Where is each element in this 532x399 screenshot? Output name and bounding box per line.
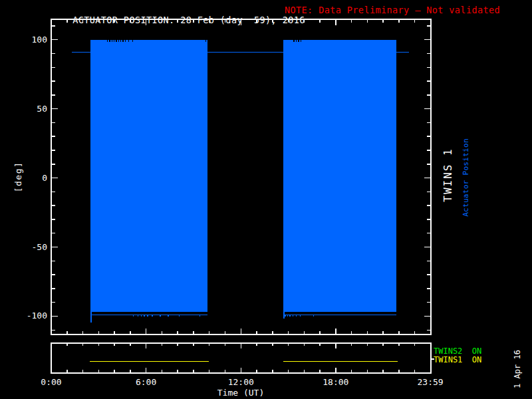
fringe-tick [168,315,169,317]
instrument-label: TWINS 1 [442,148,454,201]
y-tick [52,302,55,303]
x-tick [98,20,100,23]
y-tick-label: 50 [17,104,47,114]
fringe-tick [147,315,148,317]
x-tick [319,331,321,334]
x-tick [177,370,178,372]
x-tick [304,331,305,334]
x-tick [382,20,384,23]
x-tick [382,331,384,334]
y-tick [52,80,55,82]
fringe-tick [179,315,180,317]
y-tick [427,219,430,220]
x-tick [319,20,321,23]
top-notch [293,40,295,43]
x-tick [351,344,352,346]
y-tick [427,192,430,193]
x-tick [114,344,115,346]
x-tick [225,20,226,23]
x-tick [272,331,273,334]
x-tick [130,370,131,372]
y-tick [427,274,430,275]
y-tick [424,108,430,110]
top-notch [205,40,207,43]
top-notch [298,40,299,43]
fringe-tick [293,315,294,317]
y-tick [52,274,55,275]
sweep-block [283,40,396,313]
plot-screenshot: { "header": { "title": "ACTUATOR POSITIO… [0,0,532,399]
x-tick [146,329,147,334]
x-tick [288,20,289,23]
fringe-tick [141,315,142,317]
fringe-tick [296,315,297,317]
x-tick [209,344,210,346]
y-tick [427,53,430,55]
x-tick [256,344,257,346]
x-tick [209,331,210,334]
x-tick [114,20,115,23]
top-notch [107,40,108,43]
x-tick [98,344,100,346]
x-tick [335,344,336,348]
y-tick [52,288,55,289]
y-tick [52,316,58,317]
x-tick [225,331,226,334]
y-tick [52,261,55,262]
y-tick [427,80,430,82]
x-tick [335,20,336,25]
y-tick [427,67,430,68]
x-tick [98,331,100,334]
x-tick [288,344,289,346]
top-notch [125,40,126,43]
x-tick [288,370,289,372]
y-tick [427,302,430,303]
y-tick [52,94,55,96]
x-tick [114,370,115,372]
top-notch [114,40,115,43]
x-tick [51,344,52,348]
x-tick [319,344,321,346]
status-segment [283,361,397,362]
y-tick [427,94,430,96]
y-tick-label: -100 [17,311,47,321]
y-tick [427,150,430,151]
y-tick [52,233,55,234]
top-notch [109,40,110,43]
x-tick [241,20,242,25]
y-axis-label: [deg] [13,162,23,193]
y-tick-label: 100 [17,35,47,45]
x-tick [82,331,84,334]
x-tick [130,344,131,346]
y-tick-label: -50 [17,242,47,252]
x-tick [98,370,100,372]
date-stamp: 1 Apr 16 [513,350,522,388]
x-tick [335,368,336,372]
y-tick [427,25,430,27]
y-tick [52,25,55,27]
fringe-tick [285,315,286,317]
spike [90,312,92,323]
x-tick [382,370,384,372]
legend-twins1: TWINS1 ON [434,356,513,364]
x-tick [162,344,163,346]
y-tick [424,316,430,317]
top-notch [120,40,122,43]
fringe-tick [160,315,161,317]
x-tick [272,344,273,346]
x-tick-label: 6:00 [125,377,168,387]
x-tick [430,344,432,348]
fringe-tick [300,315,301,317]
sweep-block [90,40,207,313]
x-tick [82,20,84,23]
y-tick [424,39,430,41]
y-tick [427,288,430,289]
x-tick [304,344,305,346]
x-tick [367,331,368,334]
x-tick [367,344,368,346]
x-axis-label: Time (UT) [201,388,281,398]
x-tick [209,20,210,23]
x-tick-label: 12:00 [219,377,262,387]
x-tick-label: 23:59 [409,377,452,387]
top-notch [112,40,113,43]
